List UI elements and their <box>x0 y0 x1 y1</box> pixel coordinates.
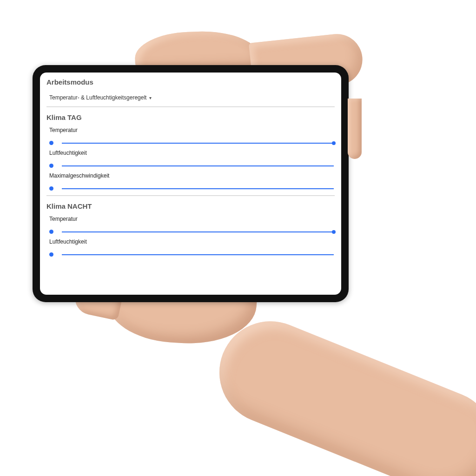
slider-track <box>62 188 334 189</box>
slider-track <box>62 254 334 255</box>
slider-track <box>62 165 334 166</box>
divider <box>46 195 335 196</box>
divider <box>46 106 335 107</box>
slider-handle-icon <box>49 164 53 168</box>
slider-track <box>62 143 334 144</box>
section-title-klima-tag: Klima TAG <box>46 113 335 121</box>
field-label-luftfeuchtigkeit-tag: Luftfeuchtigkeit <box>49 150 335 156</box>
slider-handle-icon <box>49 252 53 257</box>
field-label-temperatur-nacht: Temperatur <box>49 216 335 222</box>
field-label-luftfeuchtigkeit-nacht: Luftfeuchtigkeit <box>49 238 335 245</box>
field-label-maximalgeschwindigkeit-tag: Maximalgeschwindigkeit <box>49 172 335 179</box>
slider-handle-icon <box>49 230 53 234</box>
forearm <box>204 306 476 476</box>
field-label-temperatur-tag: Temperatur <box>49 127 335 133</box>
slider-temperatur-nacht[interactable] <box>46 230 335 234</box>
tablet-screen: Arbeitsmodus Temperatur- & Luftfeuchtigk… <box>40 73 341 295</box>
slider-end-handle-icon <box>332 230 336 234</box>
slider-track <box>62 231 334 232</box>
slider-temperatur-tag[interactable] <box>46 141 335 145</box>
section-title-klima-nacht: Klima NACHT <box>46 202 335 210</box>
slider-handle-icon <box>49 141 53 145</box>
slider-maximalgeschwindigkeit-tag[interactable] <box>46 186 335 191</box>
slider-handle-icon <box>49 186 53 191</box>
chevron-down-icon: ▾ <box>149 95 152 100</box>
hand-top-finger <box>348 99 362 159</box>
section-title-arbeitsmodus: Arbeitsmodus <box>46 78 335 86</box>
arbeitsmodus-dropdown[interactable]: Temperatur- & Luftfeuchtigkeitsgeregelt … <box>46 92 152 106</box>
slider-luftfeuchtigkeit-tag[interactable] <box>46 164 335 168</box>
slider-end-handle-icon <box>332 141 336 145</box>
slider-luftfeuchtigkeit-nacht[interactable] <box>46 252 335 257</box>
arbeitsmodus-dropdown-label: Temperatur- & Luftfeuchtigkeitsgeregelt <box>49 94 146 101</box>
tablet-frame: Arbeitsmodus Temperatur- & Luftfeuchtigk… <box>33 65 349 302</box>
